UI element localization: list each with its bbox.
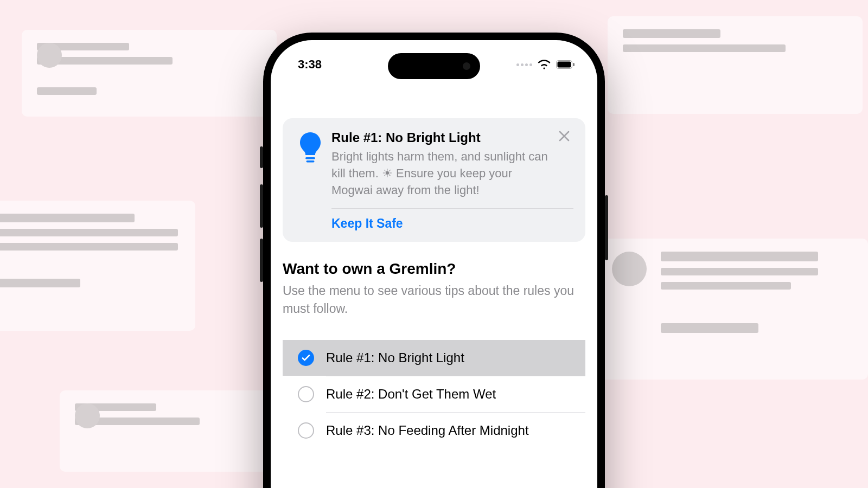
radio-checked-icon [298,350,314,366]
avatar [37,43,62,68]
cellular-icon [516,63,532,66]
svg-rect-2 [573,63,575,66]
svg-rect-3 [305,157,315,159]
rule-option-3[interactable]: Rule #3: No Feeding After Midnight [283,413,585,448]
bg-placeholder-card [608,16,863,114]
status-time: 3:38 [298,57,322,72]
radio-unchecked-icon [298,422,314,439]
phone-side-button [260,184,263,228]
rule-label: Rule #3: No Feeding After Midnight [326,423,529,438]
app-content: Rule #1: No Bright Light Bright lights h… [271,105,597,488]
rule-label: Rule #1: No Bright Light [326,350,464,365]
tip-close-button[interactable] [558,130,573,198]
section-subtitle: Use the menu to see various tips about t… [283,282,585,317]
svg-rect-4 [307,160,315,163]
bg-placeholder-card [22,30,277,117]
bg-placeholder-card [0,201,195,331]
tip-body: Bright lights harm them, and sunlight ca… [331,149,553,198]
bg-placeholder-card [60,390,298,472]
phone-screen: 3:38 [271,40,597,488]
avatar [612,252,647,286]
rule-label: Rule #2: Don't Get Them Wet [326,387,496,402]
radio-unchecked-icon [298,386,314,402]
bg-placeholder-card [597,239,868,380]
battery-icon [556,60,575,69]
tip-card: Rule #1: No Bright Light Bright lights h… [283,118,585,242]
rule-option-1[interactable]: Rule #1: No Bright Light [283,340,585,376]
dynamic-island [388,53,480,79]
phone-side-button [260,146,263,168]
phone-side-button [605,195,608,260]
wifi-icon [538,60,551,69]
lightbulb-icon [299,132,322,198]
tip-title: Rule #1: No Bright Light [331,130,553,145]
rules-list: Rule #1: No Bright Light Rule #2: Don't … [283,340,585,448]
close-icon [558,130,573,142]
divider [331,208,573,209]
avatar [75,403,100,428]
section-title: Want to own a Gremlin? [283,260,585,278]
svg-rect-1 [558,62,571,68]
rule-option-2[interactable]: Rule #2: Don't Get Them Wet [283,376,585,412]
tip-action-button[interactable]: Keep It Safe [331,216,573,231]
phone-frame: 3:38 [263,33,605,488]
phone-side-button [260,239,263,282]
